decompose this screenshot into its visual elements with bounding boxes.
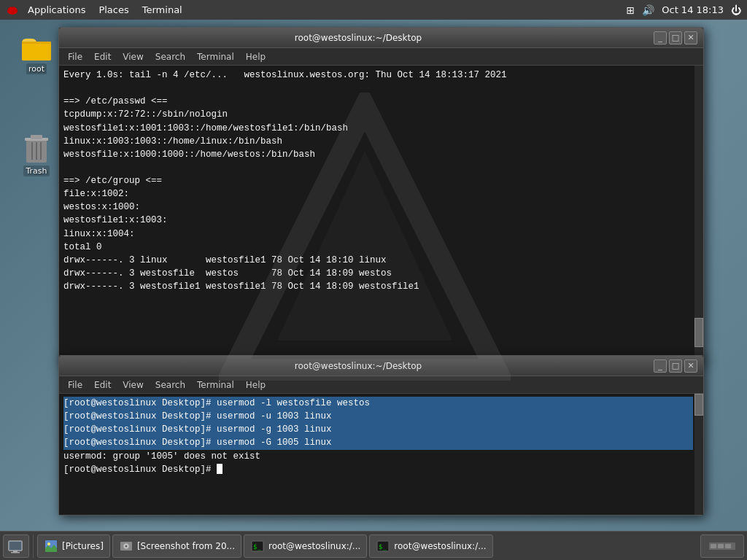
taskbar-right xyxy=(700,534,744,558)
network-icon[interactable]: ⊞ xyxy=(627,4,635,16)
terminal-2-scrollbar[interactable] xyxy=(694,394,703,515)
svg-text:$_: $_ xyxy=(253,543,261,551)
terminal-2-menu-help[interactable]: Help xyxy=(240,378,271,392)
terminal-1-menu-search[interactable]: Search xyxy=(150,50,191,63)
places-menu[interactable]: Places xyxy=(93,3,134,17)
taskbar-sep-1 xyxy=(33,534,34,558)
svg-text:$_: $_ xyxy=(379,543,387,551)
redhat-icon xyxy=(6,4,19,17)
terminal-1-minimize-btn[interactable]: _ xyxy=(654,31,667,44)
trash-icon-label: Trash xyxy=(23,166,49,176)
terminal-2-titlebar: root@westoslinux:~/Desktop _ □ ✕ xyxy=(59,356,703,376)
power-icon[interactable]: ⏻ xyxy=(731,4,741,16)
terminal-1-scrollbar[interactable] xyxy=(694,66,703,362)
svg-rect-7 xyxy=(31,135,42,139)
terminal-1-title: root@westoslinux:~/Desktop xyxy=(65,33,651,43)
terminal-2-menu-terminal[interactable]: Terminal xyxy=(191,378,240,392)
terminal-1-menubar: File Edit View Search Terminal Help xyxy=(59,48,703,66)
terminal-2-minimize-btn[interactable]: _ xyxy=(654,359,667,373)
datetime-display: Oct 14 18:13 xyxy=(662,4,724,15)
terminal-2-menu-edit[interactable]: Edit xyxy=(88,378,117,392)
volume-icon[interactable]: 🔊 xyxy=(642,4,654,16)
applications-menu[interactable]: Applications xyxy=(22,3,91,17)
taskbar-btn-terminal2[interactable]: $_ root@westoslinux:/... xyxy=(369,534,492,558)
taskbar-resize-btn[interactable] xyxy=(700,534,744,558)
terminal-1-maximize-btn[interactable]: □ xyxy=(669,31,682,44)
terminal-1-menu-file[interactable]: File xyxy=(62,50,88,63)
system-tray: ⊞ 🔊 Oct 14 18:13 ⏻ xyxy=(627,4,741,16)
taskbar-btn-terminal1[interactable]: $_ root@westoslinux:/... xyxy=(244,534,367,558)
desktop: root Trash 四部门练 root@westoslinux:~/Deskt… xyxy=(0,20,747,560)
terminal-2-menu-search[interactable]: Search xyxy=(150,378,191,392)
terminal-2-content[interactable]: [root@westoslinux Desktop]# usermod -l w… xyxy=(59,394,703,515)
terminal-1-titlebar: root@westoslinux:~/Desktop _ □ ✕ xyxy=(59,28,703,48)
terminal-2-scrollbar-thumb[interactable] xyxy=(694,394,703,416)
terminal2-taskbar-label: root@westoslinux:/... xyxy=(394,541,486,551)
svg-rect-28 xyxy=(711,544,716,548)
screenshot-taskbar-icon xyxy=(119,539,133,553)
screenshot-taskbar-label: [Screenshot from 20... xyxy=(137,541,235,551)
terminal-2-menu-file[interactable]: File xyxy=(62,378,88,392)
taskbar-btn-pictures[interactable]: [Pictures] xyxy=(37,534,110,558)
terminal-1-menu-help[interactable]: Help xyxy=(240,50,271,63)
terminal-2-maximize-btn[interactable]: □ xyxy=(669,359,682,373)
terminal-2-close-btn[interactable]: ✕ xyxy=(684,359,697,373)
top-menubar: Applications Places Terminal ⊞ 🔊 Oct 14 … xyxy=(0,0,747,20)
terminal-1-close-btn[interactable]: ✕ xyxy=(684,31,697,44)
terminal-1-content[interactable]: Every 1.0s: tail -n 4 /etc/... westoslin… xyxy=(59,66,703,362)
terminal-1-scrollbar-thumb[interactable] xyxy=(694,318,703,347)
terminal-window-1: root@westoslinux:~/Desktop _ □ ✕ File Ed… xyxy=(58,27,704,362)
terminal1-taskbar-icon: $_ xyxy=(250,539,265,553)
terminal-1-menu-edit[interactable]: Edit xyxy=(88,50,117,63)
svg-rect-30 xyxy=(725,544,731,548)
svg-rect-29 xyxy=(718,544,724,548)
app-menu: Applications Places Terminal xyxy=(6,3,188,17)
terminal-1-menu-terminal[interactable]: Terminal xyxy=(191,50,240,63)
terminal-2-menu-view[interactable]: View xyxy=(117,378,149,392)
svg-rect-16 xyxy=(13,551,18,552)
terminal-menu[interactable]: Terminal xyxy=(136,3,188,17)
svg-point-19 xyxy=(47,542,50,545)
svg-rect-15 xyxy=(9,541,22,551)
trash-icon xyxy=(19,129,54,164)
svg-rect-4 xyxy=(22,42,51,44)
terminal2-taskbar-icon: $_ xyxy=(376,539,390,553)
home-folder-icon xyxy=(19,27,54,62)
terminal-2-title: root@westoslinux:~/Desktop xyxy=(65,361,651,371)
terminal-2-menubar: File Edit View Search Terminal Help xyxy=(59,376,703,394)
svg-rect-3 xyxy=(22,42,51,61)
home-icon-label: root xyxy=(26,63,47,74)
taskbar: [Pictures] [Screenshot from 20... $_ roo… xyxy=(0,531,747,560)
pictures-taskbar-icon xyxy=(44,539,58,553)
terminal-1-menu-view[interactable]: View xyxy=(117,50,149,63)
show-desktop-btn[interactable] xyxy=(3,534,29,558)
desktop-icon-trash[interactable]: Trash xyxy=(11,129,62,176)
terminal-window-2: root@westoslinux:~/Desktop _ □ ✕ File Ed… xyxy=(58,355,704,516)
svg-point-22 xyxy=(125,545,127,547)
taskbar-btn-screenshot[interactable]: [Screenshot from 20... xyxy=(112,534,241,558)
desktop-icon-home[interactable]: root xyxy=(11,27,62,74)
pictures-taskbar-label: [Pictures] xyxy=(62,541,104,551)
svg-rect-17 xyxy=(11,552,20,553)
show-desktop-icon xyxy=(8,539,23,553)
terminal1-taskbar-label: root@westoslinux:/... xyxy=(268,541,360,551)
